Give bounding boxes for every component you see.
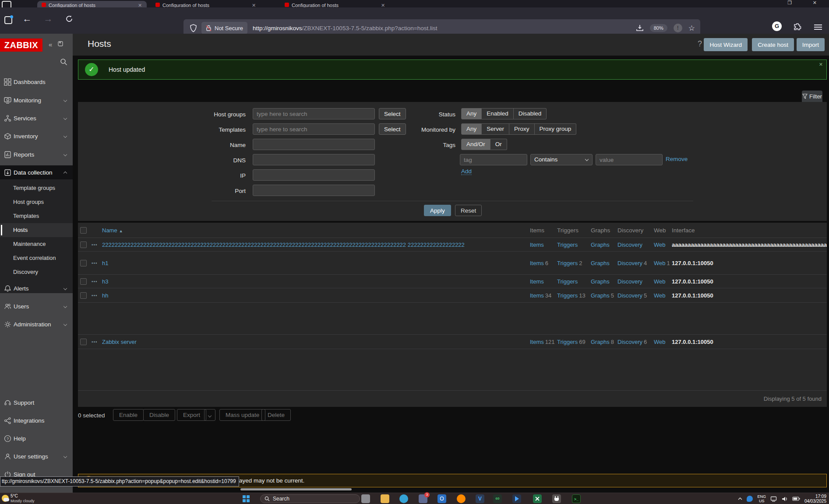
context-menu-icon[interactable]: ••• [92,242,101,247]
taskbar-app-file-explorer[interactable] [381,494,389,503]
context-menu-icon[interactable]: ••• [92,279,101,284]
row-checkbox[interactable] [80,278,87,285]
context-menu-icon[interactable]: ••• [92,261,101,266]
reset-button[interactable]: Reset [455,205,482,216]
taskbar-app-terminal[interactable]: >_ [572,494,581,503]
zoom-level-badge[interactable]: 80% [650,24,667,32]
window-close-icon[interactable]: ✕ [813,0,817,6]
host-name-link[interactable]: 2222222222222222222222222222222222222222… [102,242,465,248]
name-input[interactable] [253,139,375,150]
discovery-link[interactable]: Discovery [617,242,642,248]
items-link[interactable]: Items [530,292,544,299]
enable-button[interactable]: Enable [113,409,144,421]
tray-onedrive-icon[interactable] [747,496,753,502]
download-icon[interactable] [636,24,644,32]
items-link[interactable]: Items [530,260,544,266]
tray-chevron-up-icon[interactable] [738,497,742,500]
host-name-link[interactable]: hh [102,292,108,299]
discovery-link[interactable]: Discovery [617,278,642,285]
triggers-link[interactable]: Triggers [557,292,578,299]
volume-icon[interactable] [781,496,788,502]
sidebar-item-templates[interactable]: Templates [0,209,73,223]
web-link[interactable]: Web [654,242,666,248]
monitored-proxy-group[interactable]: Proxy group [535,123,577,135]
sidebar-item-monitoring[interactable]: Monitoring [0,93,73,107]
close-icon[interactable]: ✕ [819,62,823,67]
import-button[interactable]: Import [797,38,825,51]
taskbar-app-desktop[interactable] [361,494,370,503]
triggers-link[interactable]: Triggers [557,260,578,266]
profile-avatar[interactable]: G [772,21,782,31]
tags-andor[interactable]: And/Or [461,139,490,150]
taskbar-app-v[interactable]: V [476,494,484,503]
items-link[interactable]: Items [530,242,544,248]
window-restore-icon[interactable]: ❐ [787,0,792,6]
web-link[interactable]: Web [654,292,666,299]
row-checkbox[interactable] [80,292,87,299]
web-link[interactable]: Web [654,339,666,345]
dns-input[interactable] [253,154,375,165]
sidebar-item-maintenance[interactable]: Maintenance [0,237,73,251]
taskbar-app-firefox[interactable] [457,494,466,503]
weather-widget[interactable]: 5°C Mostly cloudy [2,494,35,503]
not-secure-chip[interactable]: Not Secure [201,22,247,34]
taskbar-search[interactable]: Search [260,494,360,503]
collapse-sidebar-icon[interactable]: « [49,41,52,48]
create-host-button[interactable]: Create host [752,38,794,51]
tag-remove-link[interactable]: Remove [666,156,688,162]
sidebar-item-hosts[interactable]: Hosts [0,223,73,237]
status-enabled[interactable]: Enabled [482,108,514,119]
language-indicator[interactable]: ENGUS [757,494,766,503]
row-checkbox[interactable] [80,260,87,266]
extensions-icon[interactable] [793,22,802,31]
horizontal-scrollbar-thumb[interactable] [240,488,352,490]
sidebar-item-support[interactable]: Support [0,396,73,410]
network-icon[interactable] [770,496,777,502]
web-link[interactable]: Web [654,260,666,266]
sidebar-item-reports[interactable]: Reports [0,147,73,161]
tracking-shield-icon[interactable] [190,24,197,32]
reload-button[interactable] [62,14,76,23]
menu-hamburger-icon[interactable] [814,23,822,31]
firefox-view-icon[interactable] [4,16,12,24]
filter-tab[interactable]: Filter [802,91,822,102]
host-groups-input[interactable] [253,108,375,119]
host-name-link[interactable]: h1 [102,260,108,266]
sidebar-item-administration[interactable]: Administration [0,317,73,331]
host-wizard-button[interactable]: Host Wizard [704,38,748,51]
mass-update-button[interactable]: Mass update [219,409,265,421]
context-menu-icon[interactable]: ••• [92,340,101,344]
taskbar-app-edge[interactable] [399,494,408,503]
sidebar-item-help[interactable]: ? Help [0,431,73,445]
sidebar-item-discovery[interactable]: Discovery [0,265,73,279]
sidebar-item-integrations[interactable]: Integrations [0,413,73,427]
popout-sidebar-icon[interactable] [57,41,63,47]
export-button[interactable]: Export [177,409,206,421]
taskbar-clock[interactable]: 17:0904/03/2025 [804,494,826,504]
help-icon[interactable]: ? [698,39,702,49]
context-menu-icon[interactable]: ••• [92,293,101,298]
battery-icon[interactable] [792,497,800,501]
discovery-link[interactable]: Discovery [617,260,642,266]
monitored-proxy[interactable]: Proxy [509,123,535,135]
port-input[interactable] [253,185,375,196]
export-dropdown-button[interactable] [204,409,215,421]
triggers-link[interactable]: Triggers [557,339,578,345]
sidebar-item-data-collection[interactable]: Data collection [0,165,73,179]
triggers-link[interactable]: Triggers [557,242,578,248]
discovery-link[interactable]: Discovery [617,292,642,299]
monitored-server[interactable]: Server [482,123,509,135]
sidebar-item-services[interactable]: Services [0,111,73,125]
taskbar-app-outlook[interactable]: O [437,494,446,503]
sidebar-item-users[interactable]: Users [0,299,73,313]
taskbar-app-60[interactable]: 60 [493,494,502,503]
taskbar-app-teams[interactable]: 3 [419,494,427,503]
tag-name-input[interactable] [460,154,527,165]
discovery-link[interactable]: Discovery [617,339,642,345]
url-text[interactable]: http://gmirosnikovs/ZBXNEXT-10053-7.5-5/… [253,25,636,32]
bookmark-star-icon[interactable]: ☆ [688,24,695,33]
host-name-link[interactable]: h3 [102,278,108,285]
row-checkbox[interactable] [80,339,87,345]
graphs-link[interactable]: Graphs [591,339,610,345]
sidebar-item-user-settings[interactable]: User settings [0,449,73,463]
